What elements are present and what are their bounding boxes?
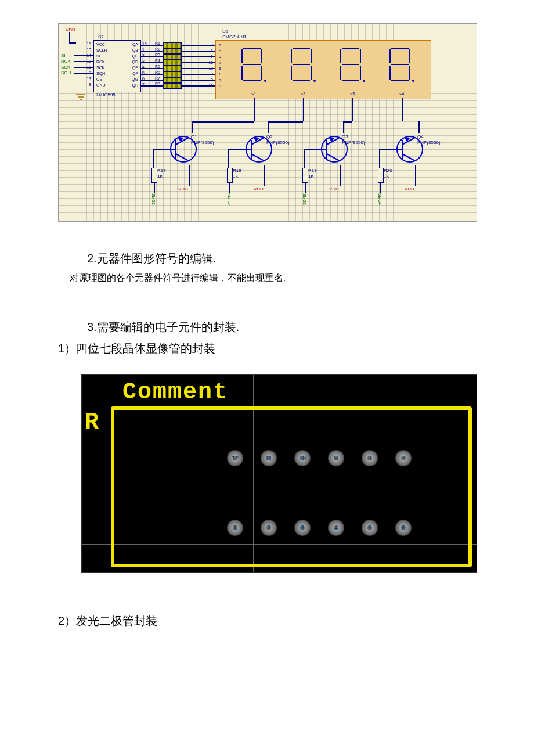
schematic-circuit-diagram: VDD S7 VCCSCLRSIRCKSCKSQHOEGND QAQBQCQDQ… — [58, 23, 477, 222]
net-SI: SI — [61, 53, 66, 58]
section-2-body: 对原理图的各个元器件符号进行编辑，不能出现重名。 — [70, 272, 476, 285]
resistor-R4 — [163, 60, 182, 66]
pad-10: 10 — [294, 450, 311, 466]
resistor-R6 — [163, 71, 182, 77]
net-SMG2: SMG2 — [227, 193, 231, 205]
pad-3: 3 — [294, 520, 311, 536]
svg-point-4 — [313, 80, 316, 82]
pad-12: 12 — [227, 450, 243, 466]
vdd-3: VDD — [405, 186, 414, 192]
resistor-R3 — [163, 54, 182, 60]
net-RCK: RCK — [61, 59, 71, 64]
pad-1: 1 — [227, 520, 243, 536]
resistor-R5 — [163, 66, 182, 71]
ic-74hc595: VCCSCLRSIRCKSCKSQHOEGND QAQBQCQDQEQFQGQH — [93, 40, 141, 92]
pad-2: 2 — [261, 520, 277, 536]
net-SMG4: SMG4 — [378, 193, 382, 205]
resistor-R17 — [151, 168, 157, 183]
svg-point-5 — [363, 80, 365, 82]
pad-4: 4 — [328, 520, 344, 536]
net-SMG1: SMG1 — [151, 193, 156, 205]
net-SCK: SCK — [61, 64, 70, 70]
display-ref: S6 — [222, 28, 228, 34]
section-3-title: 3.需要编辑的电子元件的封装. — [87, 319, 476, 335]
digit-2 — [288, 45, 317, 85]
resistor-R19 — [302, 168, 308, 183]
footprint-comment-text: Comment — [122, 379, 228, 405]
vdd-label: VDD — [66, 27, 75, 33]
pad-6: 6 — [395, 520, 412, 536]
vdd-2: VDD — [329, 186, 339, 192]
footprint-outline — [111, 406, 472, 567]
footprint-designator: R — [85, 409, 99, 435]
resistor-R1 — [163, 42, 182, 48]
svg-point-3 — [264, 80, 266, 82]
svg-line-16 — [251, 154, 264, 161]
svg-line-10 — [176, 154, 189, 161]
resistor-R2 — [163, 48, 182, 54]
svg-line-22 — [327, 154, 340, 161]
subsection-2-title: 2）发光二极管封装 — [58, 613, 476, 629]
digit-3 — [337, 45, 366, 85]
pad-7: 7 — [395, 450, 412, 466]
pcb-footprint-7seg: Comment R 121110987 123456 — [81, 374, 477, 573]
gnd-symbol — [76, 93, 85, 104]
display-type: SMG7.4IN1 — [222, 34, 247, 39]
pad-11: 11 — [261, 450, 277, 466]
pad-9: 9 — [328, 450, 344, 466]
digit-1 — [239, 45, 268, 85]
ic-ref: S7 — [98, 34, 104, 39]
pad-8: 8 — [362, 450, 378, 466]
svg-line-28 — [402, 154, 415, 161]
resistor-R7 — [163, 77, 182, 83]
subsection-1-title: 1）四位七段晶体显像管的封装 — [58, 341, 476, 357]
vdd-1: VDD — [254, 186, 264, 192]
svg-point-6 — [412, 80, 414, 82]
net-SMG3: SMG3 — [302, 193, 306, 205]
resistor-R20 — [378, 168, 384, 183]
section-2-title: 2.元器件图形符号的编辑. — [87, 251, 476, 267]
resistor-R18 — [227, 168, 233, 183]
ic-type: 74HC595 — [96, 92, 116, 98]
vdd-0: VDD — [178, 186, 188, 192]
resistor-R8 — [163, 83, 182, 89]
pad-5: 5 — [362, 520, 378, 536]
digit-4 — [387, 45, 416, 85]
net-SQH: SQH — [61, 70, 71, 75]
